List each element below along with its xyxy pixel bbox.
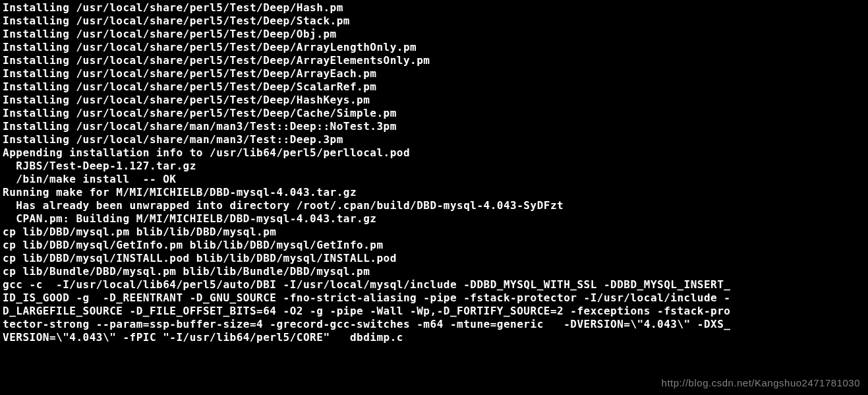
terminal-line: RJBS/Test-Deep-1.127.tar.gz (3, 160, 865, 173)
terminal-line: D_LARGEFILE_SOURCE -D_FILE_OFFSET_BITS=6… (3, 305, 865, 318)
terminal-line: Appending installation info to /usr/lib6… (3, 146, 865, 160)
terminal-line: tector-strong --param=ssp-buffer-size=4 … (3, 318, 865, 331)
terminal-line: CPAN.pm: Building M/MI/MICHIELB/DBD-mysq… (3, 212, 865, 226)
watermark-text: http://blog.csdn.net/Kangshuo2471781030 (662, 377, 860, 390)
terminal-line: Installing /usr/local/share/perl5/Test/D… (3, 94, 865, 107)
terminal-line: Installing /usr/local/share/perl5/Test/D… (3, 67, 865, 80)
terminal-line: Installing /usr/local/share/perl5/Test/D… (3, 107, 865, 120)
terminal-window[interactable]: Installing /usr/local/share/perl5/Test/D… (0, 0, 868, 395)
terminal-line: Installing /usr/local/share/perl5/Test/D… (3, 28, 865, 41)
terminal-line: Installing /usr/local/share/man/man3/Tes… (3, 120, 865, 133)
terminal-line: Installing /usr/local/share/perl5/Test/D… (3, 15, 865, 28)
terminal-line: Installing /usr/local/share/man/man3/Tes… (3, 133, 865, 146)
terminal-line: cp lib/DBD/mysql.pm blib/lib/DBD/mysql.p… (3, 226, 865, 239)
terminal-line: Has already been unwrapped into director… (3, 199, 865, 212)
terminal-line: Installing /usr/local/share/perl5/Test/D… (3, 41, 865, 54)
terminal-line: /bin/make install -- OK (3, 173, 865, 186)
terminal-line: VERSION=\"4.043\" -fPIC "-I/usr/lib64/pe… (3, 331, 865, 344)
terminal-line: cp lib/Bundle/DBD/mysql.pm blib/lib/Bund… (3, 265, 865, 278)
terminal-line: Installing /usr/local/share/perl5/Test/D… (3, 80, 865, 94)
terminal-line: Running make for M/MI/MICHIELB/DBD-mysql… (3, 186, 865, 199)
terminal-line: cp lib/DBD/mysql/INSTALL.pod blib/lib/DB… (3, 252, 865, 265)
terminal-line: Installing /usr/local/share/perl5/Test/D… (3, 1, 865, 15)
terminal-line: ID_IS_GOOD -g -D_REENTRANT -D_GNU_SOURCE… (3, 291, 865, 305)
terminal-line: Installing /usr/local/share/perl5/Test/D… (3, 54, 865, 67)
terminal-line: gcc -c -I/usr/local/lib64/perl5/auto/DBI… (3, 278, 865, 291)
terminal-line: cp lib/DBD/mysql/GetInfo.pm blib/lib/DBD… (3, 239, 865, 252)
